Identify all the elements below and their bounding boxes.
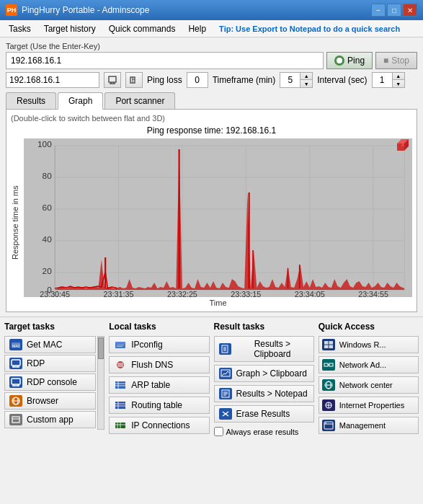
stop-button[interactable]: ■ Stop [375,52,417,69]
local-tasks-title: Local tasks [109,322,209,332]
tab-graph[interactable]: Graph [58,92,103,110]
target-tasks-wrap: MAC Get MAC RDP RDP console [4,336,104,430]
local-tasks-col: Local tasks IPconfig Flush DNS ARP table… [109,322,209,440]
task-routing-table[interactable]: Routing table [109,397,209,414]
task-browser[interactable]: Browser [4,392,96,410]
svg-rect-91 [324,341,329,345]
title-bar: PH PingHurry Portable - Adminscope − □ ✕ [0,0,423,20]
svg-rect-92 [329,341,333,345]
target-label: Target (Use the Enter-Key) [6,42,417,50]
task-results-notepad[interactable]: Results > Notepad [214,385,314,402]
graph-wrap: Response time in ms [11,138,412,307]
scroll-thumb[interactable] [98,337,104,359]
task-graph-clipboard[interactable]: Graph > Clipboard [214,365,314,382]
task-arp-table[interactable]: ARP table [109,376,209,394]
internet-properties-icon [322,399,335,411]
menu-target-history[interactable]: Target history [38,22,102,35]
quick-network-adapters[interactable]: Network Ad... [319,356,419,373]
svg-rect-96 [329,363,333,366]
x-axis-label: Time [24,299,412,307]
task-rdp-console[interactable]: RDP console [4,373,96,391]
results-notepad-icon [219,388,232,399]
interval-up[interactable]: ▲ [393,73,404,80]
svg-rect-68 [115,381,125,389]
always-erase-checkbox[interactable] [214,427,223,436]
rdp-console-icon [9,376,22,388]
addr-icon-btn-1[interactable] [104,72,121,88]
quick-network-center[interactable]: Network center [319,376,419,394]
timeframe-spinner[interactable]: ▲ ▼ [280,72,313,88]
target-tasks-col: Target tasks MAC Get MAC RDP [4,322,104,440]
svg-rect-94 [329,345,333,349]
maximize-button[interactable]: □ [387,4,401,17]
svg-text:23:31:35: 23:31:35 [104,291,134,297]
svg-point-0 [337,58,342,63]
timeframe-label: Timeframe (min) [213,75,276,85]
task-get-mac[interactable]: MAC Get MAC [4,336,96,353]
svg-text:23:34:55: 23:34:55 [358,291,388,297]
ping-loss-input[interactable] [187,72,208,88]
quick-access-col: Quick Access Windows R... Network Ad... … [319,322,419,440]
minimize-button[interactable]: − [371,4,386,17]
addr-icon-btn-2[interactable] [125,72,143,88]
interval-input[interactable] [372,72,392,88]
interval-spinner[interactable]: ▲ ▼ [372,72,405,88]
task-custom-app[interactable]: Custom app [4,411,96,428]
ip-connections-icon [114,420,127,431]
close-button[interactable]: ✕ [403,4,417,17]
result-tasks-col: Result tasks Results > Clipboard Graph >… [214,322,314,440]
menu-quick-commands[interactable]: Quick commands [103,22,182,35]
svg-rect-58 [12,417,19,423]
timeframe-up[interactable]: ▲ [300,73,312,80]
svg-rect-51 [12,379,20,384]
task-ipconfig[interactable]: IPconfig [109,336,209,353]
quick-internet-properties[interactable]: Internet Properties [319,397,419,414]
task-ip-connections[interactable]: IP Connections [109,417,209,434]
interval-down[interactable]: ▼ [393,80,404,87]
interval-label: Interval (sec) [317,75,367,85]
svg-text:MAC: MAC [12,344,21,348]
custom-app-icon [9,414,22,425]
tabs: Results Graph Port scanner [6,92,417,109]
svg-text:100: 100 [37,140,52,149]
results-clipboard-icon [219,343,231,355]
timeframe-input[interactable] [280,72,300,88]
target-input[interactable] [6,52,324,69]
task-results-clipboard[interactable]: Results > Clipboard [214,336,314,362]
browser-icon [9,395,22,407]
svg-text:80: 80 [43,172,52,180]
addr-input[interactable] [6,72,99,88]
svg-rect-61 [115,342,125,344]
quick-management[interactable]: Management [319,417,419,434]
svg-rect-1 [109,76,116,82]
target-row: Ping ■ Stop [6,52,417,69]
ping-icon [334,56,344,66]
svg-text:23:32:25: 23:32:25 [167,291,197,297]
tab-port-scanner[interactable]: Port scanner [104,92,175,109]
svg-rect-95 [324,363,328,366]
tab-results[interactable]: Results [6,92,56,109]
svg-rect-62 [117,345,124,345]
target-tasks-scrollbar[interactable] [97,336,104,430]
task-rdp[interactable]: RDP [4,355,96,372]
menu-tasks[interactable]: Tasks [3,22,37,35]
main-content: Target (Use the Enter-Key) Ping ■ Stop P… [0,37,423,317]
graph-3d-icon [396,138,412,156]
menu-help[interactable]: Help [182,22,212,35]
bottom-panel: Target tasks MAC Get MAC RDP [0,317,423,443]
quick-windows[interactable]: Windows R... [319,336,419,353]
result-tasks-title: Result tasks [214,322,314,332]
graph-title: Ping response time: 192.168.16.1 [11,125,412,136]
svg-text:23:34:05: 23:34:05 [295,291,325,297]
ping-button[interactable]: Ping [326,52,373,69]
quick-access-title: Quick Access [319,322,419,332]
app-icon: PH [6,4,17,16]
management-icon [322,420,335,431]
task-erase-results[interactable]: Erase Results [214,405,314,423]
task-flush-dns[interactable]: Flush DNS [109,356,209,373]
rdp-icon [9,358,22,369]
graph-hint: (Double-click to switch between flat and… [11,114,412,123]
svg-text:20: 20 [43,267,52,275]
timeframe-down[interactable]: ▼ [300,80,312,87]
graph-inner[interactable]: 0 20 40 60 80 100 23:30:45 23:31:35 23:3… [24,138,412,307]
